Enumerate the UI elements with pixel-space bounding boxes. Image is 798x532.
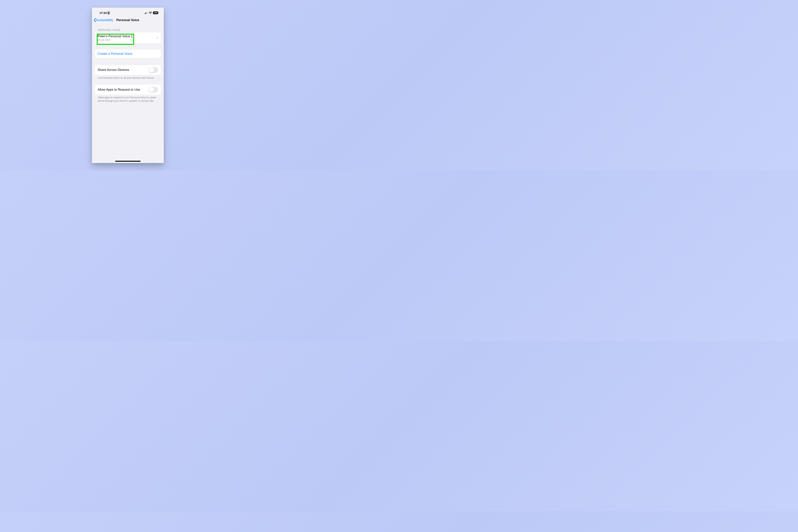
home-indicator[interactable] [115,161,140,162]
allow-group: Allow Apps to Request to Use [95,85,161,94]
voice-name: Peter's Personal Voice 1 [98,34,133,38]
contact-card-icon [108,12,110,14]
content: PERSONAL VOICE Peter's Personal Voice 1 … [92,24,164,102]
wifi-icon [149,12,152,14]
create-personal-voice-button[interactable]: Create a Personal Voice [95,50,161,58]
create-voice-group: Create a Personal Voice [95,50,161,58]
back-button[interactable]: Accessibility [94,18,113,22]
allow-label: Allow Apps to Request to Use [98,88,140,92]
share-toggle[interactable] [148,67,158,73]
battery-indicator: 100 [153,12,158,14]
voice-date: 26 Jul 2023 [98,38,133,41]
status-time: 17:24 [99,11,107,15]
status-bar: 17:24 100 [92,7,164,16]
status-right: 100 [145,12,158,14]
allow-footer: Allow apps to request to use Personal Vo… [95,94,161,102]
back-label: Accessibility [96,18,113,22]
section-header-personal-voice: PERSONAL VOICE [95,24,161,33]
share-footer: Use Personal Voice on all your devices w… [95,75,161,80]
allow-apps-row[interactable]: Allow Apps to Request to Use [95,85,161,94]
share-group: Share Across Devices [95,65,161,75]
voice-row[interactable]: Peter's Personal Voice 1 26 Jul 2023 [95,33,161,43]
phone-frame: 17:24 100 Accessibility Personal Voice P… [92,7,164,163]
share-label: Share Across Devices [98,68,129,72]
page-title: Personal Voice [116,18,139,22]
cellular-signal-icon [145,12,148,14]
chevron-right-icon [156,37,158,39]
nav-bar: Accessibility Personal Voice [92,16,164,24]
allow-toggle[interactable] [148,87,158,93]
status-left: 17:24 [99,11,110,15]
share-across-devices-row[interactable]: Share Across Devices [95,65,161,75]
voice-list: Peter's Personal Voice 1 26 Jul 2023 [95,33,161,43]
